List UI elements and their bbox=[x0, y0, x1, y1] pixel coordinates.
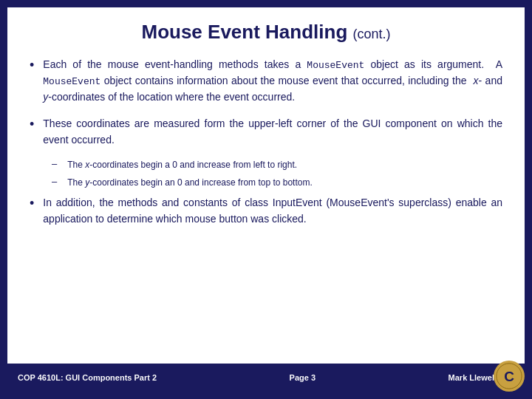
slide-footer: COP 4610L: GUI Components Part 2 Page 3 … bbox=[7, 364, 525, 392]
sub-text-2: The y-coordinates begin an 0 and increas… bbox=[67, 176, 313, 189]
slide-content: Mouse Event Handling (cont.) • Each of t… bbox=[7, 7, 525, 364]
svg-text:C: C bbox=[504, 369, 514, 384]
footer-logo: C bbox=[494, 361, 525, 392]
sub-bullet-1: – The x-coordinates begin a 0 and increa… bbox=[52, 158, 502, 171]
bullet-dot-1: • bbox=[30, 58, 34, 73]
bullet-1: • Each of the mouse event-handling metho… bbox=[30, 57, 502, 106]
sub-text-1: The x-coordinates begin a 0 and increase… bbox=[67, 158, 297, 171]
bullet-text-1: Each of the mouse event-handling methods… bbox=[43, 57, 502, 106]
bullet-3: • In addition, the methods and constants… bbox=[30, 195, 502, 227]
bullet-text-3: In addition, the methods and constants o… bbox=[43, 195, 502, 227]
sub-bullet-2: – The y-coordinates begin an 0 and incre… bbox=[52, 176, 502, 189]
slide: Mouse Event Handling (cont.) • Each of t… bbox=[7, 7, 525, 392]
footer-left: COP 4610L: GUI Components Part 2 bbox=[18, 373, 157, 382]
slide-title: Mouse Event Handling (cont.) bbox=[30, 21, 502, 44]
title-text: Mouse Event Handling bbox=[141, 21, 347, 43]
sub-bullets: – The x-coordinates begin a 0 and increa… bbox=[52, 158, 502, 189]
footer-center: Page 3 bbox=[290, 373, 316, 382]
bullet-2: • These coordinates are measured form th… bbox=[30, 116, 502, 148]
sub-dash-1: – bbox=[52, 158, 57, 169]
bullet-dot-3: • bbox=[30, 196, 34, 211]
bullet-dot-2: • bbox=[30, 117, 34, 132]
title-cont: (cont.) bbox=[353, 27, 391, 41]
sub-dash-2: – bbox=[52, 176, 57, 187]
bullet-text-2: These coordinates are measured form the … bbox=[43, 116, 502, 148]
logo-icon: C bbox=[495, 362, 523, 390]
